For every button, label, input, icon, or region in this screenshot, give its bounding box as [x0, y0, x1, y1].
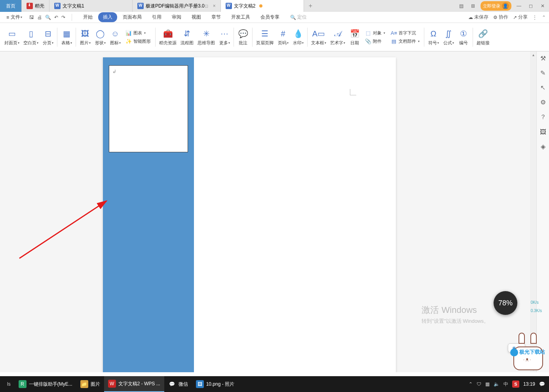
page-break-button[interactable]: ⊟ 分页▾	[40, 25, 55, 49]
document-canvas[interactable]: ↲ 激活 Windows 转到"设置"以激活 Windows。	[0, 51, 536, 372]
attachment-button[interactable]: 📎 附件	[364, 38, 386, 45]
panel-pen-icon[interactable]: ✎	[540, 69, 545, 77]
redo-icon[interactable]: ↷	[61, 15, 65, 20]
comment-icon: 💬	[237, 28, 249, 39]
clock[interactable]: 13:19	[523, 381, 535, 387]
textbox-button[interactable]: A▭ 文本框▾	[309, 25, 328, 49]
equation-button[interactable]: ∬ 公式▾	[441, 25, 456, 49]
login-button[interactable]: 立即登录	[481, 1, 511, 11]
notification-icon[interactable]: 💬	[539, 381, 545, 387]
svg-line-0	[19, 201, 106, 258]
taskbar-item-wps[interactable]: W 文字文稿2 - WPS ...	[104, 376, 164, 392]
undo-icon[interactable]: ↶	[54, 15, 58, 20]
tray-expand-icon[interactable]: ⌃	[469, 381, 473, 387]
share-button[interactable]: ↗ 分享	[513, 14, 528, 21]
cover-page-button[interactable]: ▭ 封面页▾	[2, 25, 21, 49]
inner-textbox[interactable]: ↲	[109, 65, 188, 152]
more-button[interactable]: ⋯ 更多▾	[217, 25, 232, 49]
hyperlink-button[interactable]: 🔗 超链接	[475, 25, 492, 49]
tab-insert[interactable]: 插入	[98, 12, 117, 22]
object-button[interactable]: ⬚ 对象▾	[364, 29, 386, 37]
blue-sidebar-textbox[interactable]: ↲	[103, 57, 194, 372]
taskbar-item-myeasy[interactable]: R 一键排版助手(MyE...	[15, 376, 76, 392]
taskbar-item-photos[interactable]: 🖼 10.png - 照片	[192, 376, 238, 392]
tab-doc2[interactable]: 文字文稿2	[221, 0, 304, 12]
tray-grid-icon[interactable]: ▦	[485, 381, 490, 387]
tab-page-layout[interactable]: 页面布局	[118, 12, 146, 22]
symbol-button[interactable]: Ω 符号▾	[426, 25, 441, 49]
dropcap-button[interactable]: A≡ 首字下沉	[389, 29, 421, 37]
doc-parts-button[interactable]: ▤ 文档部件▾	[389, 38, 421, 45]
watermark-button[interactable]: 💧 水印▾	[291, 25, 306, 49]
maximize-button[interactable]: ◻	[526, 2, 535, 10]
tab-start[interactable]: 开始	[78, 12, 97, 22]
tab-pin-icon[interactable]: ⊡	[205, 4, 208, 9]
system-monitor-widget[interactable]: 78%	[494, 291, 517, 315]
panel-select-icon[interactable]: ↖	[540, 84, 545, 91]
header-footer-button[interactable]: ☰ 页眉页脚	[254, 25, 275, 49]
tab-close-icon[interactable]: ×	[213, 3, 216, 9]
new-tab-button[interactable]: +	[304, 0, 317, 12]
locate-search[interactable]: 🔍 定位	[290, 14, 307, 21]
file-menu[interactable]: ≡ 文件 ▾	[3, 14, 25, 21]
tab-doc1[interactable]: 文字文稿1	[49, 0, 133, 12]
icons-button[interactable]: ☺ 图标▾	[108, 25, 123, 49]
taskbar-item-wechat[interactable]: 💬 微信	[164, 376, 192, 392]
panel-image-icon[interactable]: 🖼	[540, 129, 546, 136]
tab-view[interactable]: 视图	[187, 12, 206, 22]
blank-page-button[interactable]: ▯ 空白页▾	[21, 25, 40, 49]
save-icon[interactable]: 🖫	[29, 15, 34, 20]
sogou-ime-icon[interactable]: S	[512, 381, 519, 388]
tab-sections[interactable]: 章节	[207, 12, 226, 22]
panel-settings-icon[interactable]: ⚙	[540, 98, 546, 106]
picture-button[interactable]: 🖼 图片▾	[78, 25, 93, 49]
tab-label: 稻壳	[35, 3, 44, 9]
app-grid-icon[interactable]: ⊞	[469, 2, 477, 10]
annotation-button[interactable]: 💬 批注	[236, 25, 251, 49]
smartart-button[interactable]: ✨ 智能图形	[124, 38, 152, 45]
flowchart-button[interactable]: ⇵ 流程图	[179, 25, 196, 49]
label: 页码	[278, 40, 287, 46]
tab-member[interactable]: 会员专享	[256, 12, 284, 22]
numbering-button[interactable]: ① 编号	[456, 25, 471, 49]
panel-diamond-icon[interactable]: ◈	[541, 143, 545, 150]
windows-taskbar: ls R 一键排版助手(MyE... 📁 图片 W 文字文稿2 - WPS ..…	[0, 376, 549, 392]
mindmap-button[interactable]: ✳ 思维导图	[196, 25, 217, 49]
security-icon[interactable]: 🛡	[477, 381, 481, 387]
shapes-button[interactable]: ◯ 形状▾	[93, 25, 108, 49]
icons-icon: ☺	[110, 28, 121, 39]
volume-icon[interactable]: 🔈	[494, 381, 500, 387]
tab-dev-tools[interactable]: 开发工具	[226, 12, 255, 22]
separator	[76, 28, 76, 47]
taskbar-item-pictures[interactable]: 📁 图片	[76, 376, 104, 392]
date-button[interactable]: 📅 日期	[347, 25, 362, 49]
tab-home[interactable]: 首页	[0, 0, 22, 12]
more-menu-icon[interactable]: ⋮	[532, 15, 537, 20]
table-button[interactable]: ▦ 表格▾	[59, 25, 74, 49]
page-number-button[interactable]: # 页码▾	[275, 25, 291, 49]
scroll-up-icon[interactable]: ▴	[530, 51, 536, 58]
reading-layout-icon[interactable]: ▤	[457, 2, 465, 10]
tab-pdf-manual[interactable]: 极速PDF编辑器用户手册3.0 ⊡ ×	[133, 0, 221, 12]
close-button[interactable]: ✕	[538, 2, 547, 10]
document-page[interactable]: ↲	[103, 57, 396, 372]
doke-resources-button[interactable]: 🧰 稻壳资源	[157, 25, 179, 49]
tab-review[interactable]: 审阅	[167, 12, 186, 22]
print-preview-icon[interactable]: 🔍	[45, 15, 51, 20]
chart-button[interactable]: 📊 图表▾	[124, 29, 152, 37]
wordart-button[interactable]: 𝒜 艺术字▾	[328, 25, 347, 49]
collapse-ribbon-icon[interactable]: ⌃	[542, 15, 546, 20]
modified-dot-icon	[259, 4, 262, 8]
unsaved-indicator[interactable]: ☁ 未保存	[468, 14, 488, 21]
menu-bar-right: ☁ 未保存 ⚙ 协作 ↗ 分享 ⋮ ⌃	[468, 14, 546, 21]
print-icon[interactable]: 🖨	[37, 15, 42, 20]
tab-doke[interactable]: 稻壳	[22, 0, 49, 12]
panel-tools-icon[interactable]: ⚒	[540, 55, 546, 62]
collaborate-button[interactable]: ⚙ 协作	[493, 14, 508, 21]
tab-references[interactable]: 引用	[147, 12, 166, 22]
minimize-button[interactable]: —	[515, 2, 523, 10]
vertical-scrollbar[interactable]: ▴ ▾	[530, 51, 536, 372]
taskbar-item-xls[interactable]: ls	[3, 376, 15, 392]
ime-indicator[interactable]: 中	[503, 381, 508, 388]
panel-help-icon[interactable]: ？	[540, 113, 546, 121]
